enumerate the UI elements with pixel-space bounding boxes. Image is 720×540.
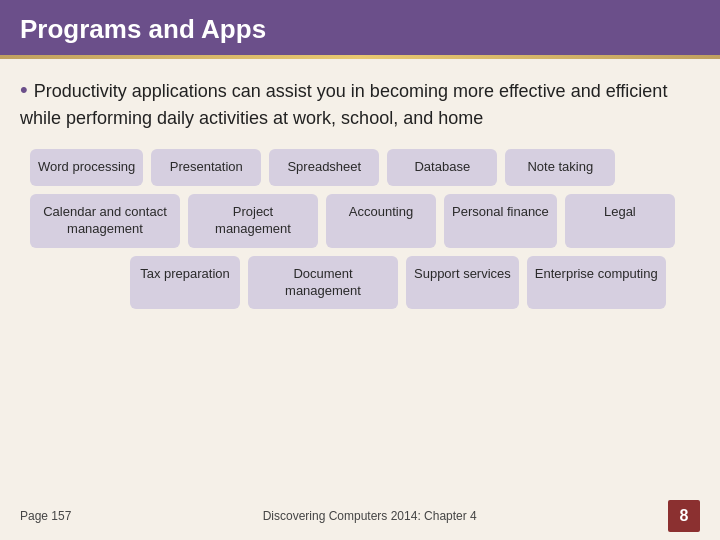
cell-accounting: Accounting [326,194,436,248]
cell-note-taking: Note taking [505,149,615,186]
grid-row-1: Word processing Presentation Spreadsheet… [30,149,690,186]
cell-support-services: Support services [406,256,519,310]
grid-section: Word processing Presentation Spreadsheet… [20,149,700,309]
bullet-text: •Productivity applications can assist yo… [20,75,700,131]
cell-spreadsheet: Spreadsheet [269,149,379,186]
cell-calendar-contact: Calendar and contact management [30,194,180,248]
title-bar: Programs and Apps [0,0,720,55]
cell-tax-prep: Tax preparation [130,256,240,310]
grid-row-2: Calendar and contact management Project … [30,194,690,248]
cell-word-processing: Word processing [30,149,143,186]
content-area: •Productivity applications can assist yo… [0,59,720,327]
page-number: Page 157 [20,509,71,523]
footer: Page 157 Discovering Computers 2014: Cha… [0,492,720,532]
cell-personal-finance: Personal finance [444,194,557,248]
cell-presentation: Presentation [151,149,261,186]
bullet-icon: • [20,77,28,102]
cell-database: Database [387,149,497,186]
cell-enterprise-computing: Enterprise computing [527,256,666,310]
bullet-content: Productivity applications can assist you… [20,81,667,128]
cell-doc-mgmt: Document management [248,256,398,310]
page-badge: 8 [668,500,700,532]
page: Programs and Apps •Productivity applicat… [0,0,720,540]
grid-row-3: Tax preparation Document management Supp… [30,256,690,310]
cell-legal: Legal [565,194,675,248]
page-title: Programs and Apps [20,14,700,45]
cell-project-mgmt: Project management [188,194,318,248]
footer-center-text: Discovering Computers 2014: Chapter 4 [71,509,668,523]
